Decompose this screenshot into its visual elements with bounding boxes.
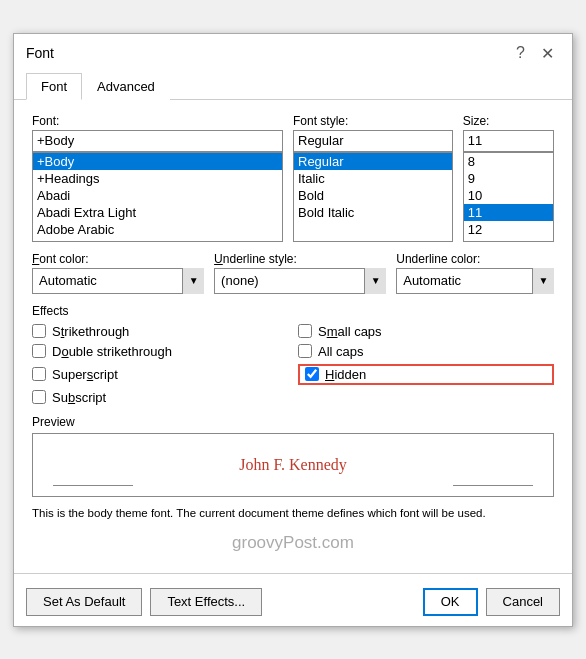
title-bar: Font ? ✕ — [14, 34, 572, 65]
size-item-1[interactable]: 9 — [464, 170, 553, 187]
title-bar-buttons: ? ✕ — [510, 42, 560, 65]
underline-style-select[interactable]: (none) — [214, 268, 386, 294]
underline-color-label: Underline color: — [396, 252, 554, 266]
buttons-right: OK Cancel — [423, 588, 560, 616]
text-effects-button[interactable]: Text Effects... — [150, 588, 262, 616]
double-strikethrough-item: Double strikethrough — [32, 344, 288, 359]
double-strikethrough-checkbox[interactable] — [32, 344, 46, 358]
underline-color-select[interactable]: Automatic — [396, 268, 554, 294]
font-color-select-wrapper: Automatic ▼ — [32, 268, 204, 294]
buttons-left: Set As Default Text Effects... — [26, 588, 262, 616]
watermark: groovyPost.com — [32, 533, 554, 553]
small-caps-item: Small caps — [298, 324, 554, 339]
superscript-item: Superscript — [32, 364, 288, 385]
font-dialog: Font ? ✕ Font Advanced Font: +Body +Head… — [13, 33, 573, 627]
double-strikethrough-label: Double strikethrough — [52, 344, 172, 359]
font-color-label: Font color: — [32, 252, 204, 266]
strikethrough-checkbox[interactable] — [32, 324, 46, 338]
size-item-3[interactable]: 11 — [464, 204, 553, 221]
all-caps-label: All caps — [318, 344, 364, 359]
font-item-1[interactable]: +Headings — [33, 170, 282, 187]
subscript-checkbox[interactable] — [32, 390, 46, 404]
style-listbox[interactable]: Regular Italic Bold Bold Italic — [293, 152, 453, 242]
size-listbox[interactable]: 8 9 10 11 12 — [463, 152, 554, 242]
set-as-default-button[interactable]: Set As Default — [26, 588, 142, 616]
underline-color-select-wrapper: Automatic ▼ — [396, 268, 554, 294]
underline-style-select-wrapper: (none) ▼ — [214, 268, 386, 294]
size-label: Size: — [463, 114, 554, 128]
footer-note: This is the body theme font. The current… — [32, 507, 554, 519]
preview-line-left — [53, 485, 133, 486]
underline-color-group: Underline color: Automatic ▼ — [396, 252, 554, 294]
size-item-4[interactable]: 12 — [464, 221, 553, 238]
underline-style-group: Underline style: (none) ▼ — [214, 252, 386, 294]
superscript-label: Superscript — [52, 367, 118, 382]
divider — [14, 573, 572, 574]
effects-title: Effects — [32, 304, 554, 318]
font-item-2[interactable]: Abadi — [33, 187, 282, 204]
font-item-3[interactable]: Abadi Extra Light — [33, 204, 282, 221]
style-item-0[interactable]: Regular — [294, 153, 452, 170]
style-label: Font style: — [293, 114, 453, 128]
small-caps-label: Small caps — [318, 324, 382, 339]
subscript-item: Subscript — [32, 390, 288, 405]
hidden-checkbox[interactable] — [305, 367, 319, 381]
preview-lines — [33, 485, 553, 486]
size-text-input[interactable] — [463, 130, 554, 152]
underline-style-label: Underline style: — [214, 252, 386, 266]
font-text-input[interactable] — [32, 130, 283, 152]
all-caps-item: All caps — [298, 344, 554, 359]
color-fields-row: Font color: Automatic ▼ Underline style:… — [32, 252, 554, 294]
preview-text: John F. Kennedy — [239, 456, 347, 474]
strikethrough-label: Strikethrough — [52, 324, 129, 339]
font-color-select[interactable]: Automatic — [32, 268, 204, 294]
cancel-button[interactable]: Cancel — [486, 588, 560, 616]
effects-section: Effects Strikethrough Small caps Double … — [32, 304, 554, 405]
effects-grid: Strikethrough Small caps Double striketh… — [32, 324, 554, 405]
font-listbox[interactable]: +Body +Headings Abadi Abadi Extra Light … — [32, 152, 283, 242]
style-item-2[interactable]: Bold — [294, 187, 452, 204]
font-item-0[interactable]: +Body — [33, 153, 282, 170]
preview-line-right — [453, 485, 533, 486]
tab-font[interactable]: Font — [26, 73, 82, 100]
font-fields-row: Font: +Body +Headings Abadi Abadi Extra … — [32, 114, 554, 242]
small-caps-checkbox[interactable] — [298, 324, 312, 338]
style-item-1[interactable]: Italic — [294, 170, 452, 187]
preview-box: John F. Kennedy — [32, 433, 554, 497]
hidden-label: Hidden — [325, 367, 366, 382]
tab-bar: Font Advanced — [14, 65, 572, 100]
font-label: Font: — [32, 114, 283, 128]
size-item-0[interactable]: 8 — [464, 153, 553, 170]
preview-section: Preview John F. Kennedy — [32, 415, 554, 497]
help-button[interactable]: ? — [510, 42, 531, 65]
preview-title: Preview — [32, 415, 554, 429]
hidden-item: Hidden — [298, 364, 554, 385]
ok-button[interactable]: OK — [423, 588, 478, 616]
style-text-input[interactable] — [293, 130, 453, 152]
dialog-buttons: Set As Default Text Effects... OK Cancel — [14, 582, 572, 626]
font-field-group: Font: +Body +Headings Abadi Abadi Extra … — [32, 114, 283, 242]
font-item-4[interactable]: Adobe Arabic — [33, 221, 282, 238]
tab-advanced[interactable]: Advanced — [82, 73, 170, 100]
subscript-label: Subscript — [52, 390, 106, 405]
style-item-3[interactable]: Bold Italic — [294, 204, 452, 221]
dialog-content: Font: +Body +Headings Abadi Abadi Extra … — [14, 100, 572, 573]
close-button[interactable]: ✕ — [535, 42, 560, 65]
superscript-checkbox[interactable] — [32, 367, 46, 381]
dialog-title: Font — [26, 45, 54, 61]
effects-right-empty — [298, 390, 554, 405]
size-item-2[interactable]: 10 — [464, 187, 553, 204]
strikethrough-item: Strikethrough — [32, 324, 288, 339]
all-caps-checkbox[interactable] — [298, 344, 312, 358]
size-field-group: Size: 8 9 10 11 12 — [463, 114, 554, 242]
style-field-group: Font style: Regular Italic Bold Bold Ita… — [293, 114, 453, 242]
font-color-group: Font color: Automatic ▼ — [32, 252, 204, 294]
